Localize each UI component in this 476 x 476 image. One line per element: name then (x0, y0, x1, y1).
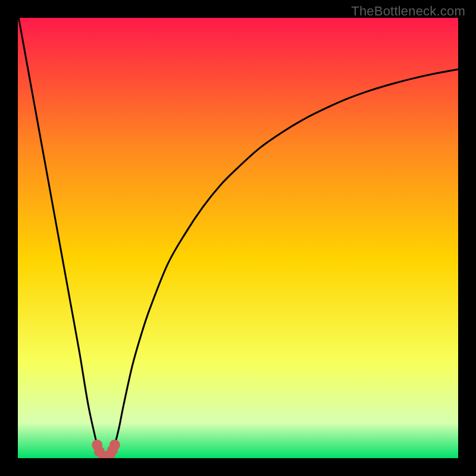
watermark-label: TheBottleneck.com (351, 4, 465, 19)
bottleneck-chart (0, 0, 476, 476)
chart-container: TheBottleneck.com (0, 0, 476, 476)
dip-marker (109, 440, 120, 450)
